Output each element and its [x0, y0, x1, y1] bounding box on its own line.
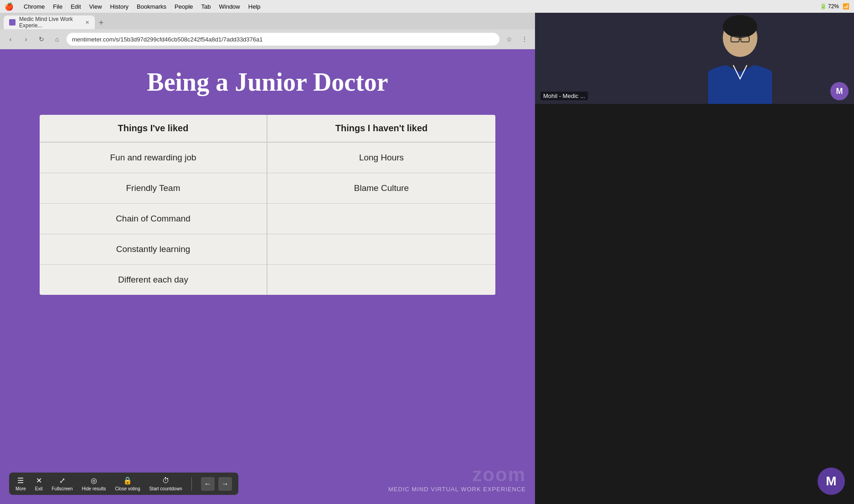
edit-menu[interactable]: Edit [71, 3, 81, 10]
fullscreen-label: Fullscreen [51, 486, 72, 491]
liked-item-5: Different each day [40, 265, 268, 295]
apple-menu[interactable]: 🍎 [5, 2, 14, 11]
active-tab[interactable]: Medic Mind Live Work Experie... ✕ [4, 15, 95, 29]
liked-item-1: Fun and rewarding job [40, 143, 268, 173]
more-icon: ☰ [17, 476, 24, 485]
fullscreen-button[interactable]: ⤢ Fullscreen [51, 476, 72, 491]
exit-button[interactable]: ✕ Exit [35, 476, 43, 491]
liked-item-3: Chain of Command [40, 204, 268, 234]
browser-content: Being a Junior Doctor Things I've liked … [0, 49, 535, 504]
url-input[interactable]: mentimeter.com/s/15b3d97d299cfd46cb508c2… [67, 33, 499, 46]
svg-rect-0 [535, 13, 854, 104]
bookmarks-menu[interactable]: Bookmarks [137, 3, 166, 10]
zoom-logo: zoom [388, 464, 526, 486]
not-liked-item-3 [268, 204, 495, 234]
wifi-icon: 📶 [843, 3, 849, 10]
zoom-panel: Mohil - Medic ... M M [535, 13, 854, 504]
prev-slide-button[interactable]: ← [201, 477, 215, 491]
tab-close-button[interactable]: ✕ [85, 20, 89, 26]
home-button[interactable]: ⌂ [51, 33, 63, 45]
chrome-menu[interactable]: Chrome [24, 3, 45, 10]
bottom-branding: zoom MEDIC MIND VIRTUAL WORK EXPERIENCE [388, 464, 526, 493]
video-participant-label: Mohil - Medic ... [540, 92, 588, 100]
table-body: Fun and rewarding job Long Hours Friendl… [40, 143, 495, 295]
zoom-panel-content: M [535, 104, 854, 504]
people-menu[interactable]: People [175, 3, 193, 10]
menubar-right: 🔋 72% 📶 [820, 3, 849, 10]
not-liked-item-2: Blame Culture [268, 173, 495, 204]
liked-item-2: Friendly Team [40, 173, 268, 204]
comparison-table: Things I've liked Things I haven't liked… [40, 115, 495, 295]
forward-button[interactable]: › [20, 33, 32, 45]
bottom-toolbar: ☰ More ✕ Exit ⤢ Fullscreen ◎ Hide result… [9, 473, 238, 495]
countdown-label: Start countdown [149, 486, 182, 491]
refresh-button[interactable]: ↻ [36, 33, 47, 45]
tab-title: Medic Mind Live Work Experie... [19, 16, 80, 29]
not-liked-item-5 [268, 265, 495, 295]
close-voting-button[interactable]: 🔒 Close voting [115, 476, 140, 491]
next-slide-button[interactable]: → [218, 477, 232, 491]
exit-label: Exit [35, 486, 43, 491]
history-menu[interactable]: History [110, 3, 129, 10]
bookmark-button[interactable]: ☆ [503, 33, 515, 45]
hide-results-label: Hide results [82, 486, 106, 491]
medic-mind-branding: MEDIC MIND VIRTUAL WORK EXPERIENCE [388, 486, 526, 493]
tab-favicon [9, 19, 15, 26]
tab-menu[interactable]: Tab [201, 3, 211, 10]
exit-icon: ✕ [36, 476, 42, 485]
countdown-icon: ⏱ [162, 477, 170, 485]
slide-title: Being a Junior Doctor [147, 67, 388, 97]
settings-button[interactable]: ⋮ [519, 33, 530, 45]
video-container: Mohil - Medic ... M [535, 13, 854, 104]
toolbar-divider [191, 477, 192, 491]
fullscreen-icon: ⤢ [59, 476, 65, 485]
file-menu[interactable]: File [53, 3, 62, 10]
not-liked-item-1: Long Hours [268, 143, 495, 173]
more-label: More [15, 486, 26, 491]
browser-wrapper: Medic Mind Live Work Experie... ✕ + ‹ › … [0, 13, 535, 504]
toolbar-navigation: ← → [201, 477, 232, 491]
address-bar: ‹ › ↻ ⌂ mentimeter.com/s/15b3d97d299cfd4… [0, 29, 535, 49]
main-layout: Medic Mind Live Work Experie... ✕ + ‹ › … [0, 13, 854, 504]
url-text: mentimeter.com/s/15b3d97d299cfd46cb508c2… [72, 36, 263, 43]
more-button[interactable]: ☰ More [15, 476, 26, 491]
not-liked-column-header: Things I haven't liked [268, 115, 495, 142]
avatar: M [830, 82, 849, 100]
view-menu[interactable]: View [89, 3, 102, 10]
table-header: Things I've liked Things I haven't liked [40, 115, 495, 143]
tab-bar: Medic Mind Live Work Experie... ✕ + [0, 13, 535, 29]
window-menu[interactable]: Window [219, 3, 240, 10]
zoom-avatar: M [818, 468, 845, 495]
liked-column-header: Things I've liked [40, 115, 268, 142]
svg-point-2 [723, 15, 757, 38]
video-background [535, 13, 854, 104]
hide-results-button[interactable]: ◎ Hide results [82, 476, 106, 491]
new-tab-button[interactable]: + [95, 16, 108, 29]
close-voting-label: Close voting [115, 486, 140, 491]
liked-item-4: Constantly learning [40, 234, 268, 265]
battery-icon: 🔋 72% [820, 3, 839, 10]
not-liked-item-4 [268, 234, 495, 265]
close-voting-icon: 🔒 [123, 476, 132, 485]
back-button[interactable]: ‹ [5, 33, 16, 45]
start-countdown-button[interactable]: ⏱ Start countdown [149, 477, 182, 491]
help-menu[interactable]: Help [248, 3, 261, 10]
macos-menubar: 🍎 Chrome File Edit View History Bookmark… [0, 0, 854, 13]
hide-results-icon: ◎ [91, 476, 97, 485]
